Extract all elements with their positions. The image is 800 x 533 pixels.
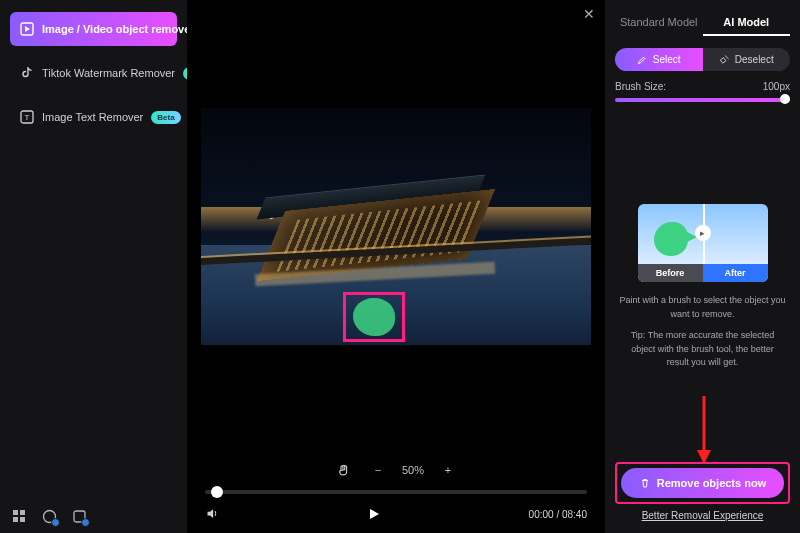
video-frame <box>201 108 591 345</box>
canvas-area[interactable] <box>187 0 605 452</box>
zoom-controls: − 50% + <box>187 452 605 486</box>
tab-standard-model[interactable]: Standard Model <box>615 10 703 36</box>
seek-track[interactable] <box>205 490 587 494</box>
sidebar: Image / Video object remover Tiktok Wate… <box>0 0 187 533</box>
os-taskbar <box>10 507 88 525</box>
preview-bird-icon <box>654 222 688 256</box>
model-tabs: Standard Model AI Model <box>615 10 790 36</box>
beta-badge: Beta <box>151 111 180 124</box>
slider-thumb[interactable] <box>780 94 790 104</box>
hint-text-1: Paint with a brush to select the object … <box>619 294 786 321</box>
sidebar-item-tiktok-watermark[interactable]: Tiktok Watermark Remover Beta <box>10 56 177 90</box>
before-after-preview[interactable]: ▸ Before After <box>638 204 768 282</box>
sidebar-item-label: Image Text Remover <box>42 111 143 123</box>
play-button[interactable] <box>367 507 381 523</box>
preview-after-label: After <box>703 264 768 282</box>
zoom-percent: 50% <box>402 464 424 476</box>
svg-rect-4 <box>13 510 18 515</box>
tiktok-icon <box>20 66 34 80</box>
editor-stage: ✕ − 50% + <box>187 0 605 533</box>
selection-highlight-box <box>343 292 405 342</box>
taskbar-app-icon[interactable] <box>40 507 58 525</box>
svg-rect-7 <box>20 517 25 522</box>
tab-ai-model[interactable]: AI Model <box>703 10 791 36</box>
video-square-icon <box>20 22 34 36</box>
svg-marker-1 <box>25 26 30 32</box>
svg-text:T: T <box>25 113 30 122</box>
seek-thumb[interactable] <box>211 486 223 498</box>
brush-size-label: Brush Size: <box>615 81 666 92</box>
better-removal-link[interactable]: Better Removal Experience <box>615 510 790 521</box>
brush-size-value: 100px <box>763 81 790 92</box>
brush-size-slider[interactable] <box>615 98 790 102</box>
remove-objects-button[interactable]: Remove objects now <box>621 468 784 498</box>
sidebar-item-image-text-remover[interactable]: T Image Text Remover Beta <box>10 100 177 134</box>
select-deselect-segment: Select Deselect <box>615 48 790 71</box>
zoom-out-button[interactable]: − <box>368 460 388 480</box>
image-text-icon: T <box>20 110 34 124</box>
windows-start-icon[interactable] <box>10 507 28 525</box>
cta-highlight-box: Remove objects now <box>615 462 790 504</box>
player-bar: 00:00 / 08:40 <box>187 486 605 533</box>
svg-rect-6 <box>13 517 18 522</box>
volume-icon[interactable] <box>205 506 220 523</box>
zoom-in-button[interactable]: + <box>438 460 458 480</box>
hint-text-2: Tip: The more accurate the selected obje… <box>619 329 786 370</box>
svg-marker-10 <box>370 509 379 519</box>
time-display: 00:00 / 08:40 <box>529 509 587 520</box>
compare-handle-icon[interactable]: ▸ <box>695 225 711 241</box>
sidebar-item-label: Tiktok Watermark Remover <box>42 67 175 79</box>
select-tool-button[interactable]: Select <box>615 48 703 71</box>
hand-tool-icon[interactable] <box>334 460 354 480</box>
right-panel: Standard Model AI Model Select Deselect … <box>605 0 800 533</box>
sidebar-item-label: Image / Video object remover <box>42 23 195 35</box>
deselect-tool-button[interactable]: Deselect <box>703 48 791 71</box>
preview-before-label: Before <box>638 264 703 282</box>
sidebar-item-object-remover[interactable]: Image / Video object remover <box>10 12 177 46</box>
svg-rect-5 <box>20 510 25 515</box>
taskbar-app-icon[interactable] <box>70 507 88 525</box>
